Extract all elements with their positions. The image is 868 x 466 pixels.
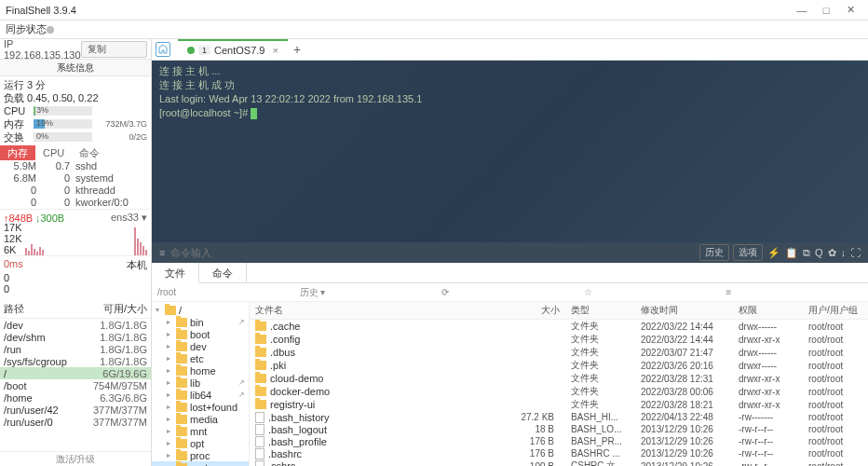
sync-dot-icon [47,26,54,34]
tree-node[interactable]: ▾/ [152,304,249,316]
folder-icon [176,427,187,436]
file-row[interactable]: .bash_logout18 BBASH_LO...2013/12/29 10:… [250,423,868,435]
folder-icon [176,439,187,448]
file-row[interactable]: .cshrc100 BCSHRC 文...2013/12/29 10:26-rw… [250,459,868,466]
col-type[interactable]: 类型 [565,302,635,320]
disk-row[interactable]: /run/user/0377M/377M [0,416,151,428]
bookmark-icon[interactable]: ☆ [584,287,721,297]
tree-node[interactable]: ▸proc [152,449,249,461]
bolt-icon[interactable]: ⚡ [767,247,780,259]
upgrade-link[interactable]: 激活/升级 [0,451,151,466]
folder-icon [176,342,187,351]
expand-icon[interactable]: ⛶ [850,247,861,258]
path-text[interactable]: /root [157,287,294,297]
file-row[interactable]: docker-demo文件夹2022/03/28 00:06drwxr-xr-x… [250,385,868,398]
file-row[interactable]: .config文件夹2022/03/22 14:44drwxr-xr-xroot… [250,333,868,346]
metrics: 运行 3 分 负载 0.45, 0.50, 0.22 CPU 3% 内存 19%… [0,76,151,145]
disk-row[interactable]: /dev/shm1.8G/1.8G [0,331,151,343]
tree-node[interactable]: ▸media [152,413,249,425]
tree-node[interactable]: ▸dev [152,340,249,352]
session-tab[interactable]: 1 CentOS7.9 × [178,39,288,60]
load-label: 负载 0.45, 0.50, 0.22 [4,91,99,105]
tree-node[interactable]: ▸root [152,461,249,466]
copy-icon[interactable]: ⧉ [803,247,810,259]
add-tab-button[interactable]: + [293,42,301,57]
file-row[interactable]: cloud-demo文件夹2022/03/28 12:31drwxr-xr-xr… [250,372,868,385]
col-perm[interactable]: 权限 [733,302,803,320]
path-bar: /root 历史 ▾ ⟳ ☆ ≡ [152,283,868,302]
disk-row[interactable]: /6G/19.6G [0,367,151,379]
options-button[interactable]: 选项 [733,244,763,261]
tab-close-icon[interactable]: × [272,45,278,56]
maximize-button[interactable]: □ [814,5,838,16]
tree-node[interactable]: ▸lib↗ [152,377,249,389]
process-row[interactable]: 6.8M0systemd [0,172,151,185]
net-iface[interactable]: ens33 ▾ [111,212,147,224]
tree-node[interactable]: ▸home [152,364,249,377]
process-row[interactable]: 00kthreadd [0,185,151,197]
menu-icon[interactable]: ≡ [726,287,862,297]
tree-node[interactable]: ▸bin↗ [152,316,249,328]
sysinfo-label: 系统信息 [0,60,151,76]
folder-icon [176,415,187,424]
disk-row[interactable]: /run/user/42377M/377M [0,404,151,416]
history-button[interactable]: 历史 [699,244,729,261]
fm-tabs: 文件 命令 [152,263,868,283]
col-owner[interactable]: 用户/用户组 [803,302,868,320]
folder-icon [255,348,266,357]
tab-cpu[interactable]: CPU [35,145,72,160]
process-row[interactable]: 5.9M0.7sshd [0,160,151,172]
tree-node[interactable]: ▸etc [152,352,249,364]
sync-label: 同步状态 [6,22,47,36]
col-name[interactable]: 文件名 [250,302,500,320]
folder-icon [176,378,187,388]
search-icon[interactable]: Q [815,247,823,258]
disk-row[interactable]: /run1.8G/1.8G [0,343,151,355]
proc-tabs: 内存 CPU 命令 [0,145,151,160]
status-bar: 同步状态 [0,21,868,39]
gear-icon[interactable]: ✿ [828,247,836,259]
tab-mem[interactable]: 内存 [0,145,35,160]
tree-node[interactable]: ▸boot [152,328,249,340]
file-row[interactable]: .bash_profile176 BBASH_PR...2013/12/29 1… [250,435,868,447]
net-stats: ↑848B ↓300B ens33 ▾ [0,209,151,226]
file-row[interactable]: .pki文件夹2022/03/26 20:16drwxr-----root/ro… [250,359,868,372]
fm-tab-cmd[interactable]: 命令 [199,263,247,282]
disk-row[interactable]: /dev1.8G/1.8G [0,319,151,331]
content: 1 CentOS7.9 × + 连 接 主 机 ... 连 接 主 机 成 功 … [152,39,868,466]
tree-node[interactable]: ▸mnt [152,425,249,437]
tree-node[interactable]: ▸lost+found [152,401,249,413]
file-row[interactable]: .bash_history27.2 KBBASH_HI...2022/04/13… [250,411,868,423]
clipboard-icon[interactable]: 📋 [785,247,798,259]
tab-cmd[interactable]: 命令 [72,145,107,160]
home-icon[interactable] [156,42,170,57]
tree-node[interactable]: ▸lib64↗ [152,389,249,401]
download-icon[interactable]: ↓ [841,247,847,258]
copy-button[interactable]: 复制 [81,41,147,58]
file-row[interactable]: .bashrc176 BBASHRC ...2013/12/29 10:26-r… [250,447,868,459]
fm-tab-files[interactable]: 文件 [152,263,199,283]
col-mtime[interactable]: 修改时间 [635,302,733,320]
latency: 0ms本机 0 0 [0,255,151,296]
folder-icon [255,400,266,409]
terminal[interactable]: 连 接 主 机 ... 连 接 主 机 成 功 Last login: Wed … [152,61,868,263]
tree-node[interactable]: ▸opt [152,437,249,449]
disk-row[interactable]: /boot754M/975M [0,379,151,391]
close-button[interactable]: ✕ [838,4,862,16]
process-row[interactable]: 00kworker/0:0 [0,197,151,209]
disk-row[interactable]: /home6.3G/6.8G [0,391,151,404]
refresh-icon[interactable]: ⟳ [441,287,578,297]
disk-row[interactable]: /sys/fs/cgroup1.8G/1.8G [0,355,151,367]
ip-bar: IP 192.168.135.130 复制 [0,39,151,60]
cpu-bar: 3% [34,106,92,116]
file-row[interactable]: registry-ui文件夹2022/03/28 18:21drwxr-xr-x… [250,398,868,411]
history-dropdown[interactable]: 历史 ▾ [300,286,437,299]
prompt-icon: ≡ [159,247,165,258]
file-row[interactable]: .cache文件夹2022/03/22 14:44drwx------root/… [250,320,868,334]
command-input[interactable] [170,247,696,258]
col-size[interactable]: 大小 [500,302,565,320]
status-dot-icon [187,47,195,54]
file-row[interactable]: .dbus文件夹2022/03/07 21:47drwx------root/r… [250,346,868,359]
file-manager: 文件 命令 /root 历史 ▾ ⟳ ☆ ≡ ▾/▸bin↗▸boot▸dev▸… [152,263,868,466]
minimize-button[interactable]: — [790,5,814,16]
